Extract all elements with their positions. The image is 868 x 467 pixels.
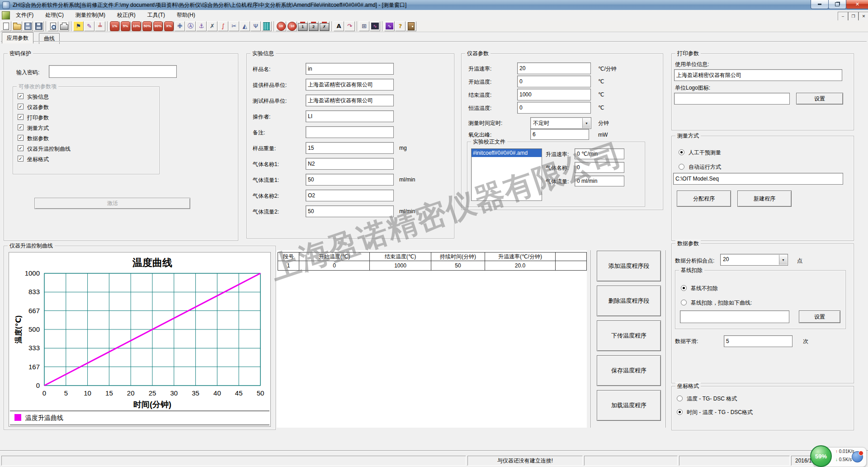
instrument-field-input-2[interactable] bbox=[517, 89, 591, 100]
tab-app-params[interactable]: 应用参数 bbox=[2, 32, 33, 43]
menu-item-3[interactable]: 校正(R) bbox=[111, 10, 142, 20]
teal-grid-icon[interactable] bbox=[261, 21, 272, 31]
flag-sail-icon[interactable]: ◭ bbox=[240, 21, 250, 31]
curve-arrow-icon[interactable]: ↷ bbox=[344, 21, 355, 31]
table-cell[interactable]: 50 bbox=[431, 261, 485, 271]
password-input[interactable] bbox=[49, 65, 177, 78]
save-icon[interactable] bbox=[23, 21, 33, 31]
chart-purple-icon[interactable]: ∿ bbox=[384, 21, 395, 31]
scissors-icon[interactable]: ✂ bbox=[229, 21, 239, 31]
logo-set-button[interactable]: 设置 bbox=[796, 93, 843, 105]
chevron-down-icon[interactable]: ▼ bbox=[582, 118, 590, 128]
download-temp-program-button[interactable]: 下传温度程序 bbox=[597, 320, 661, 351]
oxidation-input[interactable] bbox=[530, 129, 589, 140]
zoom-50pct-button[interactable]: 50% bbox=[142, 21, 152, 31]
table-row[interactable]: 1010005020.0 bbox=[278, 261, 587, 271]
experiment-field-input-7[interactable] bbox=[306, 174, 394, 186]
experiment-field-input-6[interactable] bbox=[306, 158, 394, 170]
save-as-icon[interactable] bbox=[33, 21, 44, 31]
ruler-icon[interactable]: ╧ bbox=[95, 21, 105, 31]
pin-flag-icon[interactable]: ⚑ bbox=[73, 21, 84, 31]
add-temp-segment-button[interactable]: 添加温度程序段 bbox=[597, 251, 661, 281]
brush-icon[interactable]: ✎ bbox=[84, 21, 94, 31]
modifiable-checkbox-0[interactable]: ✓ bbox=[18, 93, 24, 99]
chart-peaks-icon[interactable]: ∿ bbox=[370, 21, 380, 31]
experiment-field-input-8[interactable] bbox=[306, 190, 394, 201]
modifiable-checkbox-5[interactable]: ✓ bbox=[18, 145, 24, 151]
calibration-file-listbox[interactable]: #initcoeff#0#0#0#.amd bbox=[471, 148, 542, 201]
print-icon[interactable] bbox=[59, 21, 69, 31]
modifiable-checkbox-3[interactable]: ✓ bbox=[18, 124, 24, 130]
stop-dot10-button[interactable]: :10 bbox=[287, 21, 297, 31]
open-folder-icon[interactable] bbox=[12, 21, 22, 31]
modifiable-checkbox-2[interactable]: ✓ bbox=[18, 114, 24, 120]
valve-2-icon[interactable]: 2 bbox=[308, 21, 319, 31]
time-temp-tg-dsc-radio[interactable] bbox=[677, 409, 683, 415]
calibration-field-input-0[interactable] bbox=[575, 148, 624, 159]
table-cell[interactable] bbox=[556, 261, 587, 271]
manual-measure-radio[interactable] bbox=[679, 149, 684, 155]
valve-1-icon[interactable]: 1 bbox=[297, 21, 308, 31]
restore-button[interactable] bbox=[828, 0, 846, 9]
mdi-close-button[interactable]: ✕ bbox=[859, 12, 868, 21]
table-cell[interactable]: 1 bbox=[278, 261, 299, 271]
memory-percent-ball[interactable]: 59% bbox=[810, 445, 832, 467]
menu-item-4[interactable]: 工具(T) bbox=[142, 10, 171, 20]
experiment-field-input-9[interactable] bbox=[306, 205, 394, 217]
menu-item-0[interactable]: 文件(F) bbox=[10, 10, 39, 20]
mdi-restore-button[interactable]: ❐ bbox=[848, 12, 859, 21]
experiment-field-input-3[interactable] bbox=[306, 110, 394, 122]
zoom-xpct-button[interactable]: X% bbox=[164, 21, 174, 31]
print-preview-icon[interactable] bbox=[48, 21, 58, 31]
instrument-field-input-1[interactable] bbox=[517, 76, 591, 87]
help-icon[interactable]: ? bbox=[395, 21, 406, 31]
baseline-curve-input[interactable] bbox=[680, 310, 789, 323]
experiment-field-input-0[interactable] bbox=[306, 63, 394, 75]
baseline-subtract-radio[interactable] bbox=[681, 300, 687, 305]
table-cell[interactable]: 20.0 bbox=[485, 261, 556, 271]
experiment-field-input-2[interactable] bbox=[306, 95, 394, 106]
baseline-set-button[interactable]: 设置 bbox=[799, 310, 840, 323]
experiment-field-input-4[interactable] bbox=[306, 126, 394, 138]
zoom-5pct-button[interactable]: 5% bbox=[120, 21, 131, 31]
chevron-down-icon[interactable]: ▼ bbox=[779, 255, 787, 265]
valve-close-icon[interactable]: ✗ bbox=[319, 21, 330, 31]
calibration-field-input-1[interactable] bbox=[575, 162, 624, 173]
program-table[interactable]: 段号开始温度(℃)结束温度(℃)持续时间(分钟)升温速率(℃/分钟)101000… bbox=[278, 252, 587, 271]
menu-item-5[interactable]: 帮助(H) bbox=[171, 10, 201, 20]
tab-curve[interactable]: 曲线 bbox=[39, 33, 60, 44]
modifiable-checkbox-1[interactable]: ✓ bbox=[18, 104, 24, 110]
menu-item-1[interactable]: 处理(C) bbox=[39, 10, 70, 20]
modifiable-checkbox-4[interactable]: ✓ bbox=[18, 135, 24, 141]
instrument-field-input-3[interactable] bbox=[517, 102, 591, 114]
table-cell[interactable]: 1000 bbox=[370, 261, 431, 271]
instrument-field-input-0[interactable] bbox=[517, 62, 591, 74]
company-info-input[interactable] bbox=[674, 69, 842, 81]
compass-anchor-icon[interactable]: ⚓ bbox=[196, 21, 207, 31]
seq-path-input[interactable] bbox=[673, 173, 843, 185]
delete-temp-segment-button[interactable]: 删除温度程序段 bbox=[597, 286, 661, 316]
fit-points-select[interactable]: 20 ▼ bbox=[720, 254, 788, 266]
calibration-file-item[interactable]: #initcoeff#0#0#0#.amd bbox=[472, 149, 542, 157]
table-cell[interactable]: 0 bbox=[299, 261, 370, 271]
integral-icon[interactable]: ∫ bbox=[218, 21, 228, 31]
close-button[interactable]: ✕ bbox=[846, 0, 868, 9]
experiment-field-input-1[interactable] bbox=[306, 79, 394, 91]
tool-cross-icon[interactable]: ✗ bbox=[207, 21, 217, 31]
load-temp-program-button[interactable]: 加载温度程序 bbox=[597, 390, 661, 421]
menu-item-2[interactable]: 测量控制(M) bbox=[70, 10, 111, 20]
minimize-button[interactable] bbox=[811, 0, 829, 9]
new-file-icon[interactable] bbox=[1, 21, 11, 31]
calibration-field-input-2[interactable] bbox=[575, 176, 624, 186]
logo-input[interactable] bbox=[674, 93, 790, 105]
temp-tg-dsc-radio[interactable] bbox=[677, 396, 683, 401]
zoom-90pct-button[interactable]: 90% bbox=[153, 21, 163, 31]
new-program-button[interactable]: 新建程序 bbox=[737, 191, 792, 207]
security-ball-icon[interactable] bbox=[852, 451, 863, 462]
save-temp-program-button[interactable]: 保存温度程序 bbox=[597, 355, 661, 386]
compass-a-icon[interactable]: Ⓐ bbox=[185, 21, 196, 31]
zoom-1pct-button[interactable]: 1% bbox=[109, 21, 120, 31]
mdi-document-icon[interactable] bbox=[2, 11, 10, 19]
zoom-10pct-button[interactable]: 10% bbox=[131, 21, 142, 31]
stake-icon[interactable]: Ψ bbox=[250, 21, 261, 31]
